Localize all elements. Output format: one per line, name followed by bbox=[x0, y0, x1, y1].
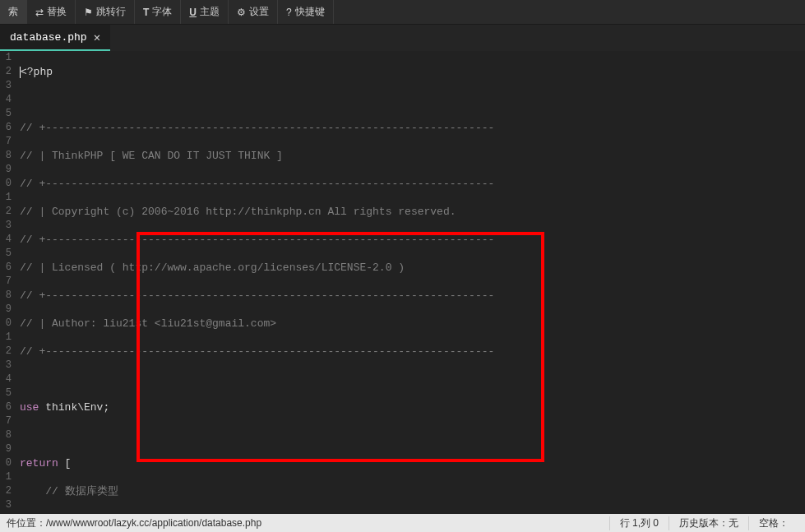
code-line: // | ThinkPHP [ WE CAN DO IT JUST THINK … bbox=[20, 149, 805, 163]
theme-icon: U bbox=[189, 7, 197, 18]
line-number: 3 bbox=[0, 79, 12, 93]
toolbar-shortcuts[interactable]: ?快捷键 bbox=[278, 0, 334, 24]
line-number: 5 bbox=[0, 386, 12, 400]
toolbar-label: 替换 bbox=[47, 5, 67, 19]
toolbar-label: 主题 bbox=[200, 5, 220, 19]
close-icon[interactable]: ✕ bbox=[94, 30, 100, 44]
line-number: 1 bbox=[0, 191, 12, 205]
code-line bbox=[20, 372, 805, 386]
line-number: 9 bbox=[0, 303, 12, 317]
code-line: // | Copyright (c) 2006~2016 http://thin… bbox=[20, 205, 805, 219]
line-number: 5 bbox=[0, 107, 12, 121]
tab-database-php[interactable]: database.php ✕ bbox=[0, 25, 110, 51]
help-icon: ? bbox=[286, 7, 292, 18]
code-line bbox=[20, 93, 805, 107]
tab-bar: database.php ✕ bbox=[0, 25, 805, 51]
status-history[interactable]: 历史版本：无 bbox=[669, 516, 748, 530]
goto-icon: ⚑ bbox=[84, 7, 93, 18]
toolbar-theme[interactable]: U主题 bbox=[181, 0, 229, 24]
line-number: 3 bbox=[0, 498, 12, 512]
code-line: return [ bbox=[20, 456, 805, 470]
status-cursor-position: 行 1,列 0 bbox=[609, 516, 669, 530]
toolbar-label: 设置 bbox=[249, 5, 269, 19]
line-number: 2 bbox=[0, 65, 12, 79]
line-number: 7 bbox=[0, 414, 12, 428]
tab-filename: database.php bbox=[10, 31, 87, 44]
line-number: 6 bbox=[0, 261, 12, 275]
code-area[interactable]: <?php // +------------------------------… bbox=[15, 51, 805, 514]
line-number: 8 bbox=[0, 428, 12, 442]
code-line: // | Licensed ( http://www.apache.org/li… bbox=[20, 261, 805, 275]
code-line: // +------------------------------------… bbox=[20, 345, 805, 359]
line-number: 0 bbox=[0, 177, 12, 191]
line-number: 1 bbox=[0, 470, 12, 484]
line-number: 5 bbox=[0, 247, 12, 261]
code-line: // +------------------------------------… bbox=[20, 121, 805, 135]
editor[interactable]: 1 2 3 4 5 6 7 8 9 0 1 2 3 4 5 6 7 8 9 0 … bbox=[0, 51, 805, 514]
toolbar-font[interactable]: T字体 bbox=[135, 0, 181, 24]
toolbar: 索 ⇄替换 ⚑跳转行 T字体 U主题 ⚙设置 ?快捷键 bbox=[0, 0, 805, 25]
status-bar: 件位置：/www/wwwroot/lazyk.cc/application/da… bbox=[0, 514, 805, 532]
line-number: 1 bbox=[0, 331, 12, 345]
code-line: // 数据库类型 bbox=[20, 484, 805, 498]
line-number: 6 bbox=[0, 400, 12, 414]
toolbar-replace[interactable]: ⇄替换 bbox=[27, 0, 76, 24]
line-number: 2 bbox=[0, 205, 12, 219]
toolbar-label: 跳转行 bbox=[96, 5, 126, 19]
toolbar-label: 字体 bbox=[152, 5, 172, 19]
status-filepath: 件位置：/www/wwwroot/lazyk.cc/application/da… bbox=[7, 516, 609, 530]
font-icon: T bbox=[143, 7, 149, 18]
code-line: // | Author: liu21st <liu21st@gmail.com> bbox=[20, 317, 805, 331]
line-number: 7 bbox=[0, 135, 12, 149]
code-line: // +------------------------------------… bbox=[20, 233, 805, 247]
toolbar-goto-line[interactable]: ⚑跳转行 bbox=[76, 0, 135, 24]
line-number: 8 bbox=[0, 149, 12, 163]
line-number: 0 bbox=[0, 456, 12, 470]
line-number: 4 bbox=[0, 233, 12, 247]
line-number: 4 bbox=[0, 372, 12, 386]
line-number: 0 bbox=[0, 317, 12, 331]
line-number: 3 bbox=[0, 219, 12, 233]
toolbar-label: 快捷键 bbox=[295, 5, 325, 19]
line-number: 9 bbox=[0, 163, 12, 177]
line-number: 8 bbox=[0, 289, 12, 303]
status-spaces[interactable]: 空格： bbox=[748, 516, 798, 530]
line-number: 1 bbox=[0, 51, 12, 65]
line-number: 2 bbox=[0, 484, 12, 498]
line-number: 2 bbox=[0, 345, 12, 359]
line-gutter: 1 2 3 4 5 6 7 8 9 0 1 2 3 4 5 6 7 8 9 0 … bbox=[0, 51, 15, 514]
line-number: 7 bbox=[0, 275, 12, 289]
gear-icon: ⚙ bbox=[237, 7, 246, 18]
code-line: // +------------------------------------… bbox=[20, 177, 805, 191]
line-number: 4 bbox=[0, 93, 12, 107]
code-line: <?php bbox=[20, 65, 805, 79]
code-line: // +------------------------------------… bbox=[20, 289, 805, 303]
toolbar-label: 索 bbox=[8, 5, 18, 19]
line-number: 6 bbox=[0, 121, 12, 135]
toolbar-search[interactable]: 索 bbox=[0, 0, 27, 24]
code-line: use think\Env; bbox=[20, 400, 805, 414]
line-number: 3 bbox=[0, 359, 12, 372]
line-number: 9 bbox=[0, 442, 12, 456]
replace-icon: ⇄ bbox=[35, 7, 44, 18]
code-line bbox=[20, 428, 805, 442]
toolbar-settings[interactable]: ⚙设置 bbox=[229, 0, 278, 24]
